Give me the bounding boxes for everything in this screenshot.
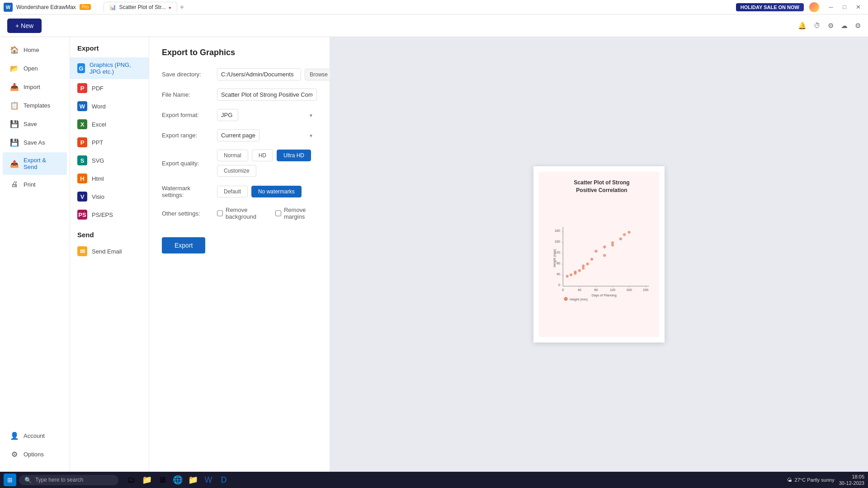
svg-text:180: 180 — [555, 229, 560, 233]
customize-button[interactable]: Customize — [217, 165, 256, 177]
file-name-label: File Name: — [162, 91, 212, 98]
taskbar-app-3[interactable]: 🖥 — [156, 473, 169, 487]
sidebar-label-account: Account — [24, 432, 45, 439]
svg-text:160: 160 — [627, 287, 632, 291]
close-button[interactable]: ✕ — [852, 2, 864, 12]
open-icon: 📂 — [10, 64, 19, 73]
export-item-svg[interactable]: S SVG — [70, 151, 149, 169]
export-item-email[interactable]: ✉ Send Email — [70, 242, 149, 260]
remove-margins-checkbox[interactable] — [275, 210, 281, 216]
export-format-row: Export format: JPG PNG BMP GIF — [162, 109, 317, 121]
quality-normal-button[interactable]: Normal — [217, 150, 248, 161]
sidebar-item-templates[interactable]: 📋 Templates — [3, 97, 67, 114]
save-icon: 💾 — [10, 120, 19, 128]
remove-margins-label[interactable]: Remove margins — [275, 206, 317, 220]
watermark-default-button[interactable]: Default — [217, 186, 248, 197]
sidebar-item-account[interactable]: 👤 Account — [3, 427, 67, 445]
notification-icon[interactable]: 🔔 — [798, 22, 807, 30]
new-tab-button[interactable]: + — [178, 3, 186, 11]
taskbar-left: ⊞ 🔍 Type here to search 🗂 📁 🖥 🌐 📁 W D — [4, 473, 231, 487]
toolbar: + New 🔔 ⏱ ⚙ ☁ ⚙ — [0, 14, 868, 37]
taskbar-search-bar[interactable]: 🔍 Type here to search — [19, 475, 118, 485]
start-button[interactable]: ⊞ — [4, 474, 16, 486]
history-icon[interactable]: ⏱ — [814, 22, 821, 29]
export-item-visio[interactable]: V Visio — [70, 188, 149, 206]
taskbar-app-6[interactable]: D — [217, 473, 231, 487]
svg-point-27 — [570, 273, 572, 276]
tab-close-icon[interactable]: ● — [169, 5, 171, 10]
export-format-select-wrapper: JPG PNG BMP GIF — [217, 109, 317, 121]
taskbar-app-word[interactable]: W — [202, 473, 215, 487]
export-item-pseps-label: PS/EPS — [92, 211, 113, 218]
sidebar-item-options[interactable]: ⚙ Options — [3, 446, 67, 463]
sidebar-item-import[interactable]: 📥 Import — [3, 78, 67, 96]
export-item-excel-label: Excel — [92, 121, 106, 128]
taskbar-app-5[interactable]: 📁 — [186, 473, 200, 487]
sidebar-bottom: 👤 Account ⚙ Options — [0, 427, 70, 468]
remove-background-label[interactable]: Remove background — [217, 206, 266, 220]
word-icon: W — [77, 101, 87, 111]
quality-ultrahd-button[interactable]: Ultra HD — [277, 150, 311, 161]
cloud-icon[interactable]: ☁ — [841, 22, 848, 30]
sidebar-label-import: Import — [24, 84, 40, 90]
svg-text:80: 80 — [594, 287, 598, 291]
watermark-buttons: Default No watermarks — [217, 186, 302, 197]
sidebar-item-save-as[interactable]: 💾 Save As — [3, 134, 67, 151]
export-item-pdf[interactable]: P PDF — [70, 79, 149, 97]
export-range-select-wrapper: Current page All pages — [217, 129, 317, 141]
export-item-word[interactable]: W Word — [70, 97, 149, 115]
save-directory-input[interactable] — [217, 68, 301, 80]
minimize-button[interactable]: ─ — [825, 2, 837, 12]
maximize-button[interactable]: □ — [838, 2, 851, 12]
options-gear-icon: ⚙ — [10, 450, 19, 459]
svg-point-39 — [611, 241, 614, 244]
taskbar-app-4[interactable]: 🌐 — [171, 473, 184, 487]
sidebar-label-save-as: Save As — [24, 139, 45, 146]
export-item-graphics[interactable]: G Graphics (PNG, JPG etc.) — [70, 57, 149, 79]
export-item-ppt[interactable]: P PPT — [70, 133, 149, 151]
sidebar-top: 🏠 Home 📂 Open 📥 Import 📋 Templates 💾 Sav… — [0, 41, 70, 193]
settings-icon[interactable]: ⚙ — [828, 22, 834, 30]
sidebar-label-home: Home — [24, 47, 39, 53]
svg-point-37 — [603, 245, 606, 248]
file-name-input[interactable] — [217, 89, 317, 101]
export-item-pseps[interactable]: PS PS/EPS — [70, 206, 149, 224]
save-as-icon: 💾 — [10, 138, 19, 147]
export-button[interactable]: Export — [162, 237, 205, 253]
export-icon: 📤 — [10, 160, 19, 168]
sidebar-label-options: Options — [24, 451, 44, 458]
options-icon[interactable]: ⚙ — [855, 22, 861, 30]
sidebar-item-export-send[interactable]: 📤 Export & Send — [3, 152, 67, 175]
svg-point-32 — [582, 267, 585, 269]
svg-text:40: 40 — [557, 272, 560, 276]
user-avatar[interactable] — [809, 2, 819, 12]
save-directory-row: Save directory: Browse — [162, 68, 317, 80]
export-format-select[interactable]: JPG PNG BMP GIF — [217, 109, 238, 121]
account-icon: 👤 — [10, 432, 19, 440]
remove-background-checkbox[interactable] — [217, 210, 223, 216]
taskbar-app-2[interactable]: 📁 — [140, 473, 154, 487]
ppt-icon: P — [77, 137, 87, 147]
sidebar-item-home[interactable]: 🏠 Home — [3, 41, 67, 59]
export-range-select[interactable]: Current page All pages — [217, 129, 259, 141]
preview-container: Scatter Plot of StrongPositive Correlati… — [533, 166, 665, 343]
content-area: Export G Graphics (PNG, JPG etc.) P PDF … — [70, 37, 868, 472]
active-tab[interactable]: 📊 Scatter Plot of Str... ● — [104, 2, 177, 12]
html-icon: H — [77, 174, 87, 183]
sidebar-item-open[interactable]: 📂 Open — [3, 60, 67, 77]
new-button[interactable]: + New — [7, 19, 42, 33]
taskbar-app-1[interactable]: 🗂 — [125, 473, 138, 487]
watermark-none-button[interactable]: No watermarks — [251, 186, 302, 197]
export-item-html[interactable]: H Html — [70, 169, 149, 188]
templates-icon: 📋 — [10, 101, 19, 110]
holiday-banner[interactable]: HOLIDAY SALE ON NOW — [736, 3, 804, 11]
taskbar-apps: 🗂 📁 🖥 🌐 📁 W D — [125, 473, 231, 487]
quality-hd-button[interactable]: HD — [252, 150, 273, 161]
sidebar-item-print[interactable]: 🖨 Print — [3, 176, 67, 193]
browse-button[interactable]: Browse — [305, 69, 333, 80]
export-item-excel[interactable]: X Excel — [70, 115, 149, 133]
svg-text:120: 120 — [610, 287, 615, 291]
app-logo: W — [4, 3, 13, 12]
excel-icon: X — [77, 119, 87, 129]
sidebar-item-save[interactable]: 💾 Save — [3, 115, 67, 133]
